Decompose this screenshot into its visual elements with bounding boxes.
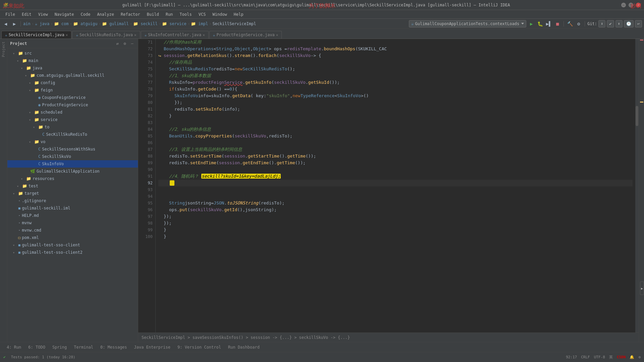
tab-close-0[interactable]: ✕ [66, 33, 68, 37]
bottom-tab-spring[interactable]: Spring [49, 344, 70, 350]
bottom-tab-messages[interactable]: 0: Messages [97, 344, 130, 350]
git-history-button[interactable]: 🕐 [624, 20, 634, 27]
tb-crumb-gulimall[interactable]: 📁 gulimall [102, 21, 129, 26]
panel-hide-button[interactable]: – [129, 41, 135, 47]
build-button[interactable]: 🔨 [566, 20, 574, 27]
menu-file[interactable]: File [3, 11, 18, 17]
tree-item-sso-client[interactable]: ▾ ◼ gulimall-test-sso-client [7, 241, 138, 249]
tree-item-to[interactable]: ▾ 📁 to [7, 123, 138, 131]
run-button[interactable]: ▶ [528, 20, 535, 27]
menu-vcs[interactable]: VCS [196, 11, 209, 17]
git-update-button[interactable]: ⬇ [598, 20, 605, 27]
menu-edit[interactable]: Edit [19, 11, 34, 17]
panel-gear-button[interactable]: ⚙ [122, 41, 128, 47]
tb-crumb-service[interactable]: 📁 service [162, 21, 186, 26]
tree-item-resources[interactable]: ▾ 📁 resources [7, 175, 138, 182]
git-commit-button[interactable]: ✔ [607, 20, 614, 27]
tab-close-2[interactable]: ✕ [203, 33, 205, 37]
tab-skuinfocontroller[interactable]: ☕ SkuInfoController.java ✕ [141, 31, 209, 39]
tb-crumb-atguigu[interactable]: 📁 atguigu [73, 21, 98, 26]
tree-item-seckillskuredisto[interactable]: ▾ C SecKillSkuRedisTo [7, 131, 138, 138]
tab-close-3[interactable]: ✕ [276, 33, 278, 37]
line-ending-label[interactable]: CRLF [581, 355, 590, 359]
run-config-dropdown[interactable]: ☕ GulimallCouponApplicationTests.context… [409, 20, 527, 27]
bottom-tab-todo[interactable]: 6: TODO [25, 344, 49, 350]
notification-icon[interactable]: 🔔 [630, 355, 634, 359]
menu-tools[interactable]: Tools [177, 11, 195, 17]
tab-seckillskuredisto[interactable]: ☕ SeckillSkuRedisTo.java ✕ [72, 31, 140, 39]
tree-item-gitignore[interactable]: ▾ · .gitignore [7, 197, 138, 204]
tb-crumb-com[interactable]: 📁 com [54, 21, 69, 26]
bottom-tab-vcs[interactable]: 9: Version Control [174, 344, 224, 350]
tree-item-sso-client2[interactable]: ▾ ◼ gulimall-test-sso-client2 [7, 249, 138, 256]
bottom-tab-run[interactable]: 4: Run [3, 344, 24, 350]
tree-item-scheduled[interactable]: ▾ 📁 scheduled [7, 109, 138, 116]
close-button[interactable]: ✕ [636, 3, 641, 7]
settings-icon[interactable]: ⚙ [638, 355, 641, 359]
menu-build[interactable]: Build [144, 11, 162, 17]
menu-help[interactable]: Help [231, 11, 246, 17]
git-push-button[interactable]: ⬆ [615, 20, 623, 27]
code-content[interactable]: //作用的hash采用 BoundHashOperations<String, … [156, 39, 635, 333]
scrollbar-thumb[interactable] [636, 106, 638, 126]
tb-crumb-ain[interactable]: ain [23, 21, 31, 26]
tree-arrow: ▾ [13, 192, 17, 195]
tree-item-test[interactable]: ▾ 📁 test [7, 182, 138, 190]
maximize-button[interactable]: □ [629, 3, 633, 7]
tree-item-src[interactable]: ▾ 📁 src [7, 50, 138, 57]
code-area[interactable]: 71 72 73 74 75 76 77 78 79 80 81 82 83 8… [138, 39, 639, 333]
bottom-tab-terminal[interactable]: Terminal [70, 344, 97, 350]
git-revert-button[interactable]: ↩ [635, 20, 642, 27]
menu-code[interactable]: Code [78, 11, 93, 17]
tree-item-main[interactable]: ▾ 📁 main [7, 57, 138, 64]
tree-item-application[interactable]: ▾ 🌿 GulimallSeckillApplication [7, 168, 138, 175]
stop-button[interactable]: ■ [554, 20, 561, 27]
tb-crumb-impl[interactable]: 📁 impl [191, 21, 208, 26]
tab-seckillserviceimpl[interactable]: ☕ SeckillServiceImpl.java ✕ [1, 31, 71, 39]
tree-item-mvnwcmd[interactable]: ▾ · mvnw.cmd [7, 227, 138, 234]
tb-crumb-file[interactable]: SeckillServiceImpl [212, 21, 256, 26]
tree-item-service[interactable]: ▾ 📁 service [7, 116, 138, 123]
vertical-scrollbar[interactable] [635, 39, 639, 333]
tree-item-couponfeignservice[interactable]: ▾ ◉ CouponFeignService [7, 94, 138, 101]
debug-button[interactable]: 🐛 [536, 20, 544, 27]
coverage-button[interactable]: ▶▌ [545, 20, 552, 27]
tree-item-vo[interactable]: ▾ 📁 vo [7, 138, 138, 145]
bottom-tab-rundash[interactable]: Run Dashboard [225, 344, 263, 350]
window-controls[interactable]: – □ ✕ [621, 3, 641, 7]
menu-analyze[interactable]: Analyze [94, 11, 117, 17]
minimize-button[interactable]: – [621, 3, 626, 7]
tb-crumb-seckill[interactable]: 📁 seckill [133, 21, 158, 26]
tree-item-mvnw[interactable]: ▾ · mvnw [7, 219, 138, 227]
project-panel-button[interactable]: Project [1, 40, 6, 58]
forward-button[interactable]: ▶ [11, 20, 18, 27]
tree-item-productfeignservice[interactable]: ▾ ◉ ProductFeignService [7, 101, 138, 109]
breakpoint-73[interactable]: ↪ [158, 52, 164, 59]
menu-refactor[interactable]: Refactor [118, 11, 143, 17]
menu-view[interactable]: View [36, 11, 51, 17]
scroll-indicator[interactable]: ▶ [640, 282, 644, 295]
tree-item-target[interactable]: ▾ 📁 target [7, 190, 138, 197]
tab-productfeignservice[interactable]: ☕ ProductFeignService.java ✕ [209, 31, 282, 39]
tree-item-seckillskuvo[interactable]: ▾ C SeckillSkuVo [7, 153, 138, 160]
tree-item-helpmd[interactable]: ▾ · HELP.md [7, 212, 138, 219]
cursor-pos-label[interactable]: 92:17 [566, 355, 577, 359]
tree-item-pomxml[interactable]: ▾ ◻ pom.xml [7, 234, 138, 241]
menu-run[interactable]: Run [163, 11, 176, 17]
tree-item-config[interactable]: ▾ 📁 config [7, 79, 138, 86]
tree-item-package[interactable]: ▾ 📁 com.atguigu.gulimall.seckill [7, 72, 138, 79]
menu-window[interactable]: Window [210, 11, 229, 17]
tree-item-skuinfovo[interactable]: ▾ C SkuInfoVo [7, 160, 138, 168]
tab-close-1[interactable]: ✕ [134, 33, 137, 37]
back-button[interactable]: ◀ [2, 20, 9, 27]
menu-navigate[interactable]: Navigate [52, 11, 77, 17]
panel-sync-button[interactable]: ⇄ [114, 41, 120, 47]
tree-item-iml[interactable]: ▾ ◼ gulimall-seckill.iml [7, 204, 138, 212]
tree-item-java[interactable]: ▾ 📁 java [7, 64, 138, 72]
tb-crumb-java[interactable]: ☕ java [35, 21, 49, 26]
settings-button[interactable]: ⚙ [575, 20, 582, 27]
bottom-tab-enterprise[interactable]: Java Enterprise [131, 344, 174, 350]
encoding-label[interactable]: UTF-8 [594, 355, 605, 359]
tree-item-seckillsessonswithskus[interactable]: ▾ C SeckillSessonsWithSkus [7, 145, 138, 153]
tree-item-feign[interactable]: ▾ 📁 feign [7, 86, 138, 94]
